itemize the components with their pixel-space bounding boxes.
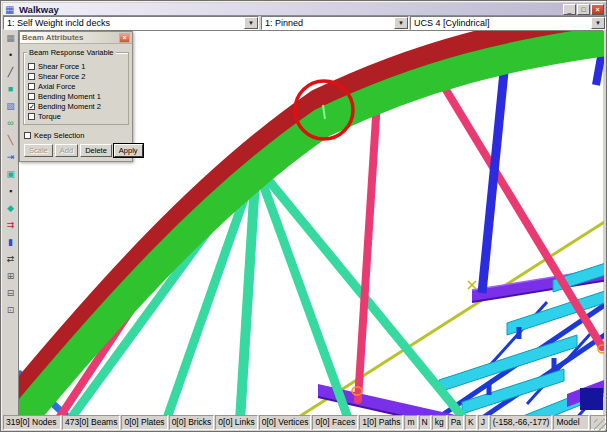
diagonal-member[interactable] xyxy=(482,42,507,293)
minimize-button[interactable]: _ xyxy=(563,4,576,15)
checkbox-label: Shear Force 2 xyxy=(38,72,86,81)
ucs-value: UCS 4 [Cylindrical] xyxy=(411,18,591,28)
select-area-icon[interactable]: ▦ xyxy=(3,30,18,47)
dialog-title: Beam Attributes xyxy=(22,33,119,42)
checkbox-shear-force-1[interactable]: Shear Force 1 xyxy=(28,61,126,71)
chevron-down-icon[interactable]: ▼ xyxy=(591,17,605,29)
title-bar[interactable]: ▦ Walkway _ □ × xyxy=(3,3,606,16)
checkbox-bending-moment-1[interactable]: Bending Moment 1 xyxy=(28,91,126,101)
delete-button[interactable]: Delete xyxy=(80,144,112,157)
status-beams: 473[0] Beams xyxy=(62,415,120,430)
chevron-down-icon[interactable]: ▼ xyxy=(244,17,258,29)
ucs-dropdown[interactable]: UCS 4 [Cylindrical] ▼ xyxy=(410,16,606,30)
checkbox-box[interactable] xyxy=(28,93,35,100)
checkbox-shear-force-2[interactable]: Shear Force 2 xyxy=(28,71,126,81)
chevron-down-icon[interactable]: ▼ xyxy=(394,17,408,29)
resize-grip[interactable] xyxy=(594,419,606,431)
dialog-title-bar[interactable]: Beam Attributes × xyxy=(20,32,132,44)
checkbox-label: Keep Selection xyxy=(34,131,84,140)
status-links: 0[0] Links xyxy=(215,415,257,430)
status-bar: 319[0] Nodes 473[0] Beams 0[0] Plates 0[… xyxy=(3,415,606,430)
checkbox-axial-force[interactable]: Axial Force xyxy=(28,81,126,91)
group-label: Beam Response Variable xyxy=(27,48,116,57)
status-unit-stress: Pa xyxy=(448,415,464,430)
status-bricks: 0[0] Bricks xyxy=(169,415,215,430)
create-beam-icon[interactable]: ╱ xyxy=(3,64,18,81)
property-icon[interactable]: ▮ xyxy=(3,234,18,251)
application-window: ▦ Walkway _ □ × 1: Self Weight incld dec… xyxy=(0,0,607,432)
beam-response-group: Beam Response Variable Shear Force 1 She… xyxy=(23,52,129,125)
status-mode: Model xyxy=(553,415,589,430)
apply-button[interactable]: Apply xyxy=(114,144,143,157)
status-unit-force: N xyxy=(419,415,431,430)
options-icon[interactable]: ⊡ xyxy=(3,302,18,319)
status-unit-energy: J xyxy=(478,415,489,430)
tools-toolbar: ▦ • ╱ ■ ▧ ∞ ╲ ⇥ ▣ ▪ ◆ ⇉ ▮ ⇄ ⊞ ⊟ ⊡ xyxy=(3,30,18,415)
status-unit-mass: kg xyxy=(432,415,447,430)
checkbox-box[interactable] xyxy=(28,63,35,70)
create-link-icon[interactable]: ∞ xyxy=(3,115,18,132)
checkbox-label: Bending Moment 1 xyxy=(38,92,101,101)
edit-element-icon[interactable]: ╲ xyxy=(3,132,18,149)
summary-icon[interactable]: ⊟ xyxy=(3,285,18,302)
checkbox-label: Bending Moment 2 xyxy=(38,102,101,111)
grid-table-icon[interactable]: ⊞ xyxy=(3,268,18,285)
status-unit-length: m xyxy=(404,415,417,430)
freedom-case-value: 1: Pinned xyxy=(262,18,394,28)
status-vertices: 0[0] Vertices xyxy=(259,415,312,430)
status-faces: 0[0] Faces xyxy=(312,415,358,430)
hanger-beam[interactable] xyxy=(358,86,378,400)
maximize-button[interactable]: □ xyxy=(577,4,590,15)
window-title: Walkway xyxy=(19,4,562,15)
dialog-close-icon[interactable]: × xyxy=(119,33,130,43)
add-button: Add xyxy=(55,144,78,157)
checkbox-box[interactable] xyxy=(24,132,31,139)
checkbox-label: Axial Force xyxy=(38,82,76,91)
checkbox-torque[interactable]: Torque xyxy=(28,111,126,121)
status-unit-temp: K xyxy=(465,415,477,430)
status-coordinates: (-158,-66,-177) xyxy=(490,415,553,430)
status-paths: 1[0] Paths xyxy=(359,415,403,430)
beam-attributes-dialog: Beam Attributes × Beam Response Variable… xyxy=(19,31,133,162)
checkbox-box[interactable] xyxy=(28,83,35,90)
create-plate-icon[interactable]: ■ xyxy=(3,81,18,98)
checkbox-label: Shear Force 1 xyxy=(38,62,86,71)
load-case-value: 1: Self Weight incld decks xyxy=(4,18,244,28)
checkbox-bending-moment-2[interactable]: ✓ Bending Moment 2 xyxy=(28,101,126,111)
extrude-icon[interactable]: ⇥ xyxy=(3,149,18,166)
copy-element-icon[interactable]: ▣ xyxy=(3,166,18,183)
create-brick-icon[interactable]: ▧ xyxy=(3,98,18,115)
node-marker-cross xyxy=(468,281,476,289)
checkbox-box[interactable]: ✓ xyxy=(28,103,35,110)
load-case-dropdown[interactable]: 1: Self Weight incld decks ▼ xyxy=(3,16,259,30)
checkbox-box[interactable] xyxy=(28,73,35,80)
strut-beam[interactable] xyxy=(256,165,349,416)
checkbox-box[interactable] xyxy=(28,113,35,120)
support-block[interactable] xyxy=(580,388,603,410)
renumber-icon[interactable]: ⇉ xyxy=(3,217,18,234)
swap-icon[interactable]: ⇄ xyxy=(3,251,18,268)
checkbox-label: Torque xyxy=(38,112,61,121)
plate-tool-icon[interactable]: ◆ xyxy=(3,200,18,217)
checkbox-keep-selection[interactable]: Keep Selection xyxy=(24,130,129,140)
status-nodes: 319[0] Nodes xyxy=(3,415,61,430)
case-toolbar: 1: Self Weight incld decks ▼ 1: Pinned ▼… xyxy=(3,16,606,30)
scale-button: Scale xyxy=(24,144,53,157)
freedom-case-dropdown[interactable]: 1: Pinned ▼ xyxy=(261,16,409,30)
hanger-beam[interactable] xyxy=(440,80,602,347)
close-button[interactable]: × xyxy=(591,4,604,15)
status-plates: 0[0] Plates xyxy=(121,415,167,430)
point-icon[interactable]: ▪ xyxy=(3,183,18,200)
app-icon: ▦ xyxy=(5,4,16,15)
select-node-icon[interactable]: • xyxy=(3,47,18,64)
